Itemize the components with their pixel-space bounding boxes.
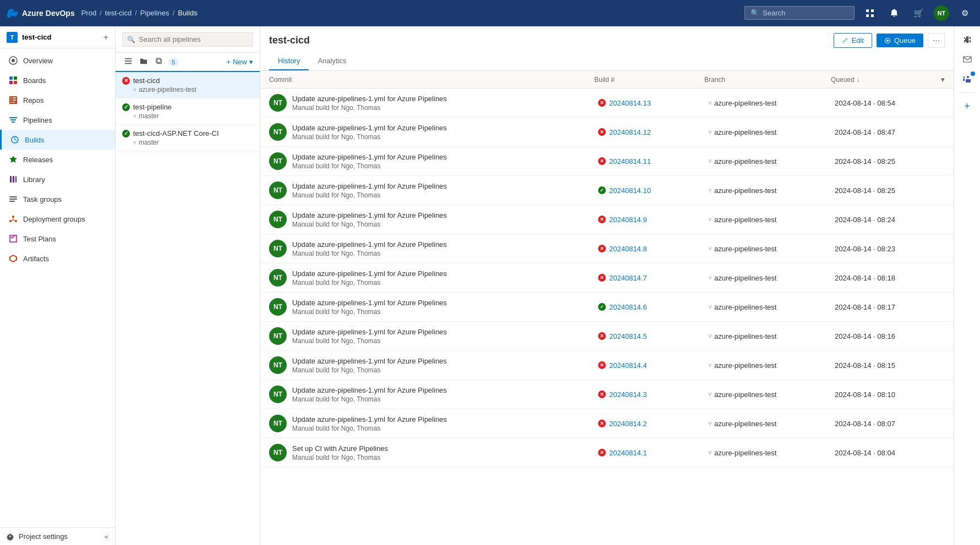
pipeline-item-name: test-cicd-ASP.NET Core-CI	[133, 129, 219, 137]
build-number[interactable]: 20240814.9	[609, 216, 647, 224]
build-number[interactable]: 20240814.3	[609, 390, 647, 399]
mail-icon-btn[interactable]	[959, 51, 976, 68]
sidebar-item-builds[interactable]: Builds	[0, 130, 115, 150]
sidebar-item-releases[interactable]: Releases	[0, 150, 115, 169]
svg-point-17	[12, 216, 14, 218]
branch-cell: ⑂ azure-pipelines-test	[708, 390, 835, 399]
sidebar-item-repos[interactable]: Repos	[0, 90, 115, 110]
sidebar-item-pipelines[interactable]: Pipelines	[0, 110, 115, 130]
branch-name: azure-pipelines-test	[714, 420, 776, 428]
pipeline-item-asp-core[interactable]: ✓ test-cicd-ASP.NET Core-CI ⑂ master	[116, 125, 260, 151]
commit-cell: NT Update azure-pipelines-1.yml for Azur…	[269, 356, 598, 374]
svg-rect-2	[866, 14, 869, 17]
pipeline-search-input[interactable]	[139, 35, 248, 43]
build-number[interactable]: 20240814.10	[609, 186, 651, 195]
table-row[interactable]: NT Update azure-pipelines-1.yml for Azur…	[260, 234, 954, 263]
global-search-box[interactable]: 🔍	[744, 6, 855, 20]
pipeline-item-test-pipeline[interactable]: ✓ test-pipeline ⑂ master	[116, 98, 260, 125]
table-row[interactable]: NT Update azure-pipelines-1.yml for Azur…	[260, 351, 954, 380]
build-number[interactable]: 20240814.4	[609, 361, 647, 370]
table-row[interactable]: NT Update azure-pipelines-1.yml for Azur…	[260, 118, 954, 147]
table-row[interactable]: NT Update azure-pipelines-1.yml for Azur…	[260, 322, 954, 351]
branch-name: azure-pipelines-test	[714, 128, 776, 136]
table-row[interactable]: NT Update azure-pipelines-1.yml for Azur…	[260, 409, 954, 438]
build-number[interactable]: 20240814.6	[609, 303, 647, 311]
commit-subtitle: Manual build for Ngo, Thomas	[292, 454, 388, 461]
more-options-button[interactable]: ⋯	[928, 33, 945, 48]
pipeline-item-test-cicd[interactable]: ✕ test-cicd ⑂ azure-pipelines-test	[116, 72, 260, 98]
branch-cell-icon: ⑂	[708, 187, 712, 194]
sidebar-item-deployment-groups[interactable]: Deployment groups	[0, 209, 115, 229]
table-row[interactable]: NT Update azure-pipelines-1.yml for Azur…	[260, 176, 954, 205]
sidebar-item-label-releases: Releases	[23, 156, 53, 164]
table-row[interactable]: NT Update azure-pipelines-1.yml for Azur…	[260, 89, 954, 118]
breadcrumb-prod[interactable]: Prod	[81, 9, 96, 17]
teams-icon-btn[interactable]	[959, 70, 976, 88]
svg-rect-7	[14, 76, 17, 80]
build-status-icon: ✓	[598, 186, 606, 194]
tab-history[interactable]: History	[269, 52, 309, 70]
list-view-button[interactable]	[122, 56, 134, 68]
edit-button[interactable]: Edit	[834, 33, 872, 48]
filter-icon[interactable]: ▾	[941, 75, 945, 84]
branch-cell: ⑂ azure-pipelines-test	[708, 449, 835, 457]
copy-button[interactable]	[153, 56, 165, 68]
sidebar-item-test-plans[interactable]: Test Plans	[0, 229, 115, 249]
build-cell: ✕ 20240814.11	[598, 157, 708, 166]
basket-icon[interactable]: 🛒	[910, 4, 927, 22]
svg-rect-0	[866, 9, 869, 12]
commit-title: Update azure-pipelines-1.yml for Azure P…	[292, 299, 447, 307]
new-pipeline-button[interactable]: + New ▾	[226, 58, 253, 66]
global-search-input[interactable]	[763, 9, 848, 17]
folder-view-button[interactable]	[138, 56, 150, 68]
project-settings-link[interactable]: Project settings	[7, 532, 68, 541]
user-avatar[interactable]: NT	[934, 5, 949, 21]
queued-cell: 2024-08-14 · 08:17	[835, 303, 945, 311]
table-row[interactable]: NT Update azure-pipelines-1.yml for Azur…	[260, 147, 954, 176]
build-cell: ✓ 20240814.6	[598, 303, 708, 311]
commit-cell: NT Update azure-pipelines-1.yml for Azur…	[269, 386, 598, 403]
folder-count-badge: 5	[168, 58, 178, 66]
sidebar-item-label-deployment-groups: Deployment groups	[23, 215, 85, 223]
column-header-queued[interactable]: Queued ↓	[831, 76, 941, 84]
build-number[interactable]: 20240814.11	[609, 157, 651, 166]
sidebar-item-task-groups[interactable]: Task groups	[0, 189, 115, 209]
sidebar-item-boards[interactable]: Boards	[0, 70, 115, 90]
table-row[interactable]: NT Update azure-pipelines-1.yml for Azur…	[260, 205, 954, 234]
grid-icon[interactable]	[861, 4, 879, 22]
breadcrumb-pipelines[interactable]: Pipelines	[140, 9, 169, 17]
build-number[interactable]: 20240814.1	[609, 449, 647, 457]
table-header: Commit Build # Branch Queued ↓ ▾	[260, 71, 954, 89]
app-logo[interactable]: Azure DevOps	[7, 8, 75, 19]
add-extension-button[interactable]: +	[959, 97, 976, 115]
notification-icon[interactable]	[885, 4, 903, 22]
commit-cell: NT Update azure-pipelines-1.yml for Azur…	[269, 327, 598, 345]
build-number[interactable]: 20240814.8	[609, 245, 647, 253]
sidebar-item-artifacts[interactable]: Artifacts	[0, 249, 115, 268]
branch-cell-icon: ⑂	[708, 100, 712, 106]
build-number[interactable]: 20240814.13	[609, 99, 651, 107]
queue-button[interactable]: Queue	[877, 34, 923, 47]
build-number[interactable]: 20240814.12	[609, 128, 651, 136]
sidebar-item-overview[interactable]: Overview	[0, 51, 115, 70]
breadcrumb: Prod / test-cicd / Pipelines / Builds	[81, 9, 198, 17]
collapse-sidebar-button[interactable]: «	[105, 532, 108, 541]
build-number[interactable]: 20240814.5	[609, 332, 647, 340]
table-row[interactable]: NT Update azure-pipelines-1.yml for Azur…	[260, 293, 954, 322]
tab-analytics[interactable]: Analytics	[309, 52, 355, 70]
build-cell: ✕ 20240814.13	[598, 99, 708, 107]
breadcrumb-project[interactable]: test-cicd	[105, 9, 132, 17]
build-number[interactable]: 20240814.7	[609, 274, 647, 282]
add-project-button[interactable]: +	[103, 32, 108, 42]
sidebar-item-library[interactable]: Library	[0, 169, 115, 189]
svg-rect-20	[125, 58, 132, 59]
pipeline-search-icon: 🔍	[127, 36, 135, 43]
settings-icon[interactable]: ⚙	[956, 4, 973, 22]
extensions-icon-btn[interactable]	[959, 31, 976, 48]
table-row[interactable]: NT Update azure-pipelines-1.yml for Azur…	[260, 263, 954, 293]
pipeline-search-box[interactable]: 🔍	[122, 32, 253, 47]
sidebar-item-label-builds: Builds	[25, 136, 44, 144]
table-row[interactable]: NT Set up CI with Azure Pipelines Manual…	[260, 438, 954, 467]
table-row[interactable]: NT Update azure-pipelines-1.yml for Azur…	[260, 380, 954, 409]
build-number[interactable]: 20240814.2	[609, 420, 647, 428]
